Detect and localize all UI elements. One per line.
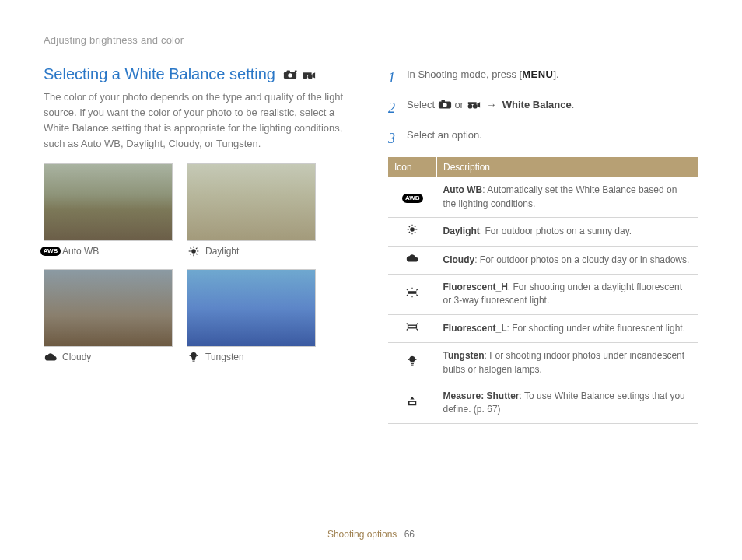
table-desc-cell: Daylight: For outdoor photos on a sunny … [437, 218, 699, 246]
svg-rect-25 [467, 102, 476, 104]
arrow-icon: → [486, 99, 499, 110]
footer-section: Shooting options [327, 529, 397, 540]
svg-rect-52 [410, 401, 415, 404]
sample-label: Auto WB [62, 246, 99, 257]
sample-image [187, 269, 316, 347]
sample-caption: AWB Auto WB [44, 246, 173, 257]
step-2-target: White Balance [502, 99, 572, 110]
step-2-or: or [454, 99, 466, 110]
table-desc-cell: Fluorescent_L: For shooting under white … [437, 314, 699, 342]
svg-line-34 [415, 226, 415, 227]
svg-line-46 [417, 328, 418, 330]
fluoL-icon [405, 321, 419, 332]
table-icon-cell: AWB [388, 177, 437, 217]
sample-caption: Daylight [187, 246, 316, 257]
table-row: Fluorescent_L: For shooting under white … [388, 314, 698, 342]
table-row: Measure: Shutter: To use White Balance s… [388, 383, 698, 423]
svg-line-32 [409, 226, 410, 227]
table-header-icon: Icon [388, 157, 437, 177]
sun-icon [187, 246, 201, 257]
table-icon-cell [388, 218, 437, 246]
step-number: 2 [388, 97, 399, 120]
svg-rect-42 [408, 325, 417, 328]
divider [44, 51, 698, 51]
svg-rect-16 [192, 359, 195, 360]
section-heading: Selecting a White Balance setting [44, 65, 354, 83]
svg-line-36 [407, 289, 408, 290]
sample-label: Cloudy [62, 352, 91, 362]
step-3-text: Select an option. [407, 128, 482, 150]
sample-image [44, 269, 173, 347]
table-desc-cell: Cloudy: For outdoor photos on a cloudy d… [437, 246, 699, 274]
svg-rect-3 [295, 70, 297, 72]
table-desc-cell: Auto WB: Automatically set the White Bal… [437, 177, 699, 217]
sample-thumb: Cloudy [44, 269, 173, 362]
table-icon-cell [388, 383, 437, 423]
fluoH-icon [405, 287, 419, 298]
table-header-desc: Description [437, 157, 699, 177]
sample-label: Tungsten [205, 352, 244, 362]
sample-thumb: AWB Auto WB [44, 163, 173, 257]
breadcrumb: Adjusting brightness and color [44, 34, 698, 46]
step-number: 1 [388, 67, 399, 89]
svg-line-38 [407, 294, 408, 296]
svg-rect-17 [192, 360, 194, 361]
camera-photo-icon [438, 99, 452, 110]
svg-point-24 [472, 104, 477, 109]
step-1-text-b: ]. [553, 68, 558, 80]
auto-wb-icon: AWB [402, 194, 423, 203]
table-row: Cloudy: For outdoor photos on a cloudy d… [388, 246, 698, 274]
svg-rect-22 [441, 100, 445, 102]
options-table: Icon Description AWB Auto WB: Automatica… [388, 157, 698, 423]
table-row: Fluorescent_H: For shooting under a dayl… [388, 274, 698, 314]
table-row: Daylight: For outdoor photos on a sunny … [388, 218, 698, 246]
table-row: AWB Auto WB: Automatically set the White… [388, 177, 698, 217]
table-icon-cell [388, 246, 437, 274]
svg-point-5 [308, 74, 313, 79]
svg-line-13 [191, 247, 191, 248]
svg-rect-2 [286, 70, 290, 72]
measure-icon [405, 396, 419, 407]
svg-rect-48 [411, 364, 414, 365]
camera-video-icon [467, 99, 481, 110]
sample-thumb: Daylight [187, 163, 316, 257]
auto-icon: AWB [405, 193, 419, 204]
svg-line-39 [417, 294, 418, 296]
table-desc-cell: Measure: Shutter: To use White Balance s… [437, 383, 699, 423]
intro-paragraph: The color of your photo depends on the t… [44, 89, 354, 152]
svg-point-23 [467, 104, 472, 109]
table-icon-cell [388, 314, 437, 342]
section-heading-text: Selecting a White Balance setting [44, 65, 275, 83]
sample-image [187, 163, 316, 241]
step-1: 1 In Shooting mode, press [MENU]. [388, 67, 698, 89]
svg-line-43 [407, 323, 408, 324]
auto-wb-icon: AWB [40, 247, 61, 256]
svg-point-4 [303, 74, 308, 79]
camera-video-icon [302, 69, 316, 80]
step-2-end: . [572, 99, 575, 110]
bulb-icon [405, 355, 419, 366]
table-desc-cell: Tungsten: For shooting indoor photos und… [437, 343, 699, 383]
sun-icon [405, 224, 419, 235]
svg-point-7 [191, 249, 196, 254]
auto-icon: AWB [44, 246, 58, 257]
step-2-text-a: Select [407, 99, 438, 110]
svg-rect-35 [408, 291, 417, 294]
table-row: Tungsten: For shooting indoor photos und… [388, 343, 698, 383]
svg-point-21 [443, 103, 446, 107]
sample-caption: Tungsten [187, 352, 316, 362]
svg-point-1 [288, 73, 292, 77]
svg-line-11 [191, 254, 191, 254]
sample-caption: Cloudy [44, 352, 173, 362]
cloud-icon [44, 352, 58, 362]
page-footer: Shooting options 66 [0, 529, 742, 540]
svg-point-26 [410, 227, 415, 232]
bulb-icon [187, 352, 201, 362]
svg-line-45 [407, 328, 408, 330]
menu-button-label: MENU [522, 67, 553, 83]
step-2: 2 Select or → White Balance. [388, 97, 698, 120]
svg-line-9 [196, 254, 197, 254]
svg-line-15 [196, 247, 197, 248]
svg-rect-47 [411, 363, 414, 364]
sample-grid: AWB Auto WB Daylight Cloudy Tungsten [44, 163, 354, 362]
